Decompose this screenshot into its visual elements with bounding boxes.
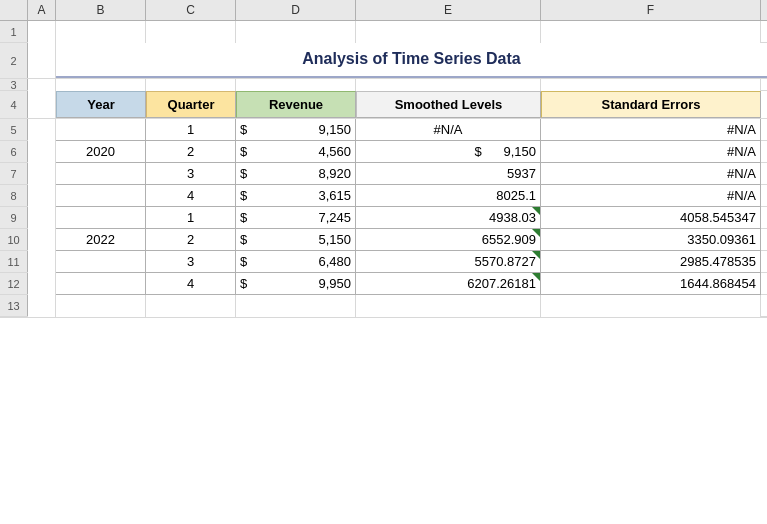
cell-b13[interactable] (56, 295, 146, 317)
rownum-5: 5 (0, 119, 28, 140)
rownum-3: 3 (0, 79, 28, 90)
quarter-val-12: 4 (187, 276, 194, 291)
stderr-cell-10[interactable]: 3350.09361 (541, 229, 761, 251)
rownum-12: 12 (0, 273, 28, 294)
revenue-cell-5[interactable]: $ 9,150 (236, 119, 356, 141)
smoothed-cell-11[interactable]: 5570.8727 (356, 251, 541, 273)
revenue-val-10: 5,150 (253, 232, 351, 247)
year-cell-7[interactable] (56, 163, 146, 185)
revenue-cell-11[interactable]: $ 6,480 (236, 251, 356, 273)
col-header-d[interactable]: D (236, 0, 356, 20)
cell-a6[interactable] (28, 141, 56, 163)
data-row-6: 6 2020 2 $ 4,560 $ 9,150 #N/A (0, 141, 767, 163)
revenue-cell-8[interactable]: $ 3,615 (236, 185, 356, 207)
col-header-b[interactable]: B (56, 0, 146, 20)
row-4-headers: 4 Year Quarter Revenue Smoothed Levels S… (0, 91, 767, 119)
quarter-cell-5[interactable]: 1 (146, 119, 236, 141)
col-header-e[interactable]: E (356, 0, 541, 20)
year-cell-12[interactable] (56, 273, 146, 295)
col-header-c[interactable]: C (146, 0, 236, 20)
cell-d13[interactable] (236, 295, 356, 317)
revenue-cell-10[interactable]: $ 5,150 (236, 229, 356, 251)
quarter-cell-9[interactable]: 1 (146, 207, 236, 229)
col-header-f[interactable]: F (541, 0, 761, 20)
smoothed-cell-12[interactable]: 6207.26181 (356, 273, 541, 295)
cell-a4[interactable] (28, 91, 56, 118)
quarter-cell-8[interactable]: 4 (146, 185, 236, 207)
cell-a5[interactable] (28, 119, 56, 141)
spreadsheet-title: Analysis of Time Series Data (302, 50, 520, 68)
cell-a11[interactable] (28, 251, 56, 273)
revenue-cell-12[interactable]: $ 9,950 (236, 273, 356, 295)
stderr-val-7: #N/A (727, 166, 756, 181)
stderr-cell-11[interactable]: 2985.478535 (541, 251, 761, 273)
smoothed-cell-6[interactable]: $ 9,150 (356, 141, 541, 163)
year-cell-6[interactable]: 2020 (56, 141, 146, 163)
revenue-cell-6[interactable]: $ 4,560 (236, 141, 356, 163)
revenue-val-5: 9,150 (253, 122, 351, 137)
quarter-cell-12[interactable]: 4 (146, 273, 236, 295)
corner-cell (0, 0, 28, 20)
cell-c1[interactable] (146, 21, 236, 43)
header-quarter: Quarter (146, 91, 236, 118)
header-smoothed: Smoothed Levels (356, 91, 541, 118)
data-row-12: 12 4 $ 9,950 6207.26181 1644.868454 (0, 273, 767, 295)
cell-f13[interactable] (541, 295, 761, 317)
header-stderr: Standard Errors (541, 91, 761, 118)
cell-a9[interactable] (28, 207, 56, 229)
year-cell-11[interactable] (56, 251, 146, 273)
year-cell-5[interactable] (56, 119, 146, 141)
quarter-val-8: 4 (187, 188, 194, 203)
cell-d1[interactable] (236, 21, 356, 43)
rownum-7: 7 (0, 163, 28, 184)
row-1: 1 (0, 21, 767, 43)
cell-a13[interactable] (28, 295, 56, 317)
smoothed-cell-7[interactable]: 5937 (356, 163, 541, 185)
cell-a12[interactable] (28, 273, 56, 295)
year-cell-10[interactable]: 2022 (56, 229, 146, 251)
cell-e1[interactable] (356, 21, 541, 43)
header-year: Year (56, 91, 146, 118)
revenue-cell-7[interactable]: $ 8,920 (236, 163, 356, 185)
cell-a2[interactable] (28, 43, 56, 78)
cell-e13[interactable] (356, 295, 541, 317)
cell-c13[interactable] (146, 295, 236, 317)
stderr-cell-9[interactable]: 4058.545347 (541, 207, 761, 229)
smoothed-cell-10[interactable]: 6552.909 (356, 229, 541, 251)
data-row-8: 8 4 $ 3,615 8025.1 #N/A (0, 185, 767, 207)
year-cell-8[interactable] (56, 185, 146, 207)
cell-a7[interactable] (28, 163, 56, 185)
stderr-cell-12[interactable]: 1644.868454 (541, 273, 761, 295)
smoothed-val-5: #N/A (434, 122, 463, 137)
smoothed-cell-8[interactable]: 8025.1 (356, 185, 541, 207)
quarter-val-6: 2 (187, 144, 194, 159)
quarter-cell-7[interactable]: 3 (146, 163, 236, 185)
cell-f1[interactable] (541, 21, 761, 43)
cell-a1[interactable] (28, 21, 56, 43)
revenue-val-8: 3,615 (253, 188, 351, 203)
dollar-sign-9: $ (240, 210, 251, 225)
smoothed-val-6: $ 9,150 (475, 144, 536, 159)
cell-a8[interactable] (28, 185, 56, 207)
stderr-val-8: #N/A (727, 188, 756, 203)
smoothed-cell-5[interactable]: #N/A (356, 119, 541, 141)
quarter-cell-10[interactable]: 2 (146, 229, 236, 251)
year-header-label: Year (87, 97, 114, 112)
cell-a10[interactable] (28, 229, 56, 251)
stderr-cell-5[interactable]: #N/A (541, 119, 761, 141)
stderr-cell-7[interactable]: #N/A (541, 163, 761, 185)
quarter-val-11: 3 (187, 254, 194, 269)
smoothed-cell-9[interactable]: 4938.03 (356, 207, 541, 229)
cell-b1[interactable] (56, 21, 146, 43)
revenue-cell-9[interactable]: $ 7,245 (236, 207, 356, 229)
quarter-val-5: 1 (187, 122, 194, 137)
year-cell-9[interactable] (56, 207, 146, 229)
quarter-cell-11[interactable]: 3 (146, 251, 236, 273)
col-header-a[interactable]: A (28, 0, 56, 20)
stderr-cell-6[interactable]: #N/A (541, 141, 761, 163)
stderr-cell-8[interactable]: #N/A (541, 185, 761, 207)
quarter-cell-6[interactable]: 2 (146, 141, 236, 163)
revenue-val-11: 6,480 (253, 254, 351, 269)
stderr-header-label: Standard Errors (602, 97, 701, 112)
revenue-val-7: 8,920 (253, 166, 351, 181)
